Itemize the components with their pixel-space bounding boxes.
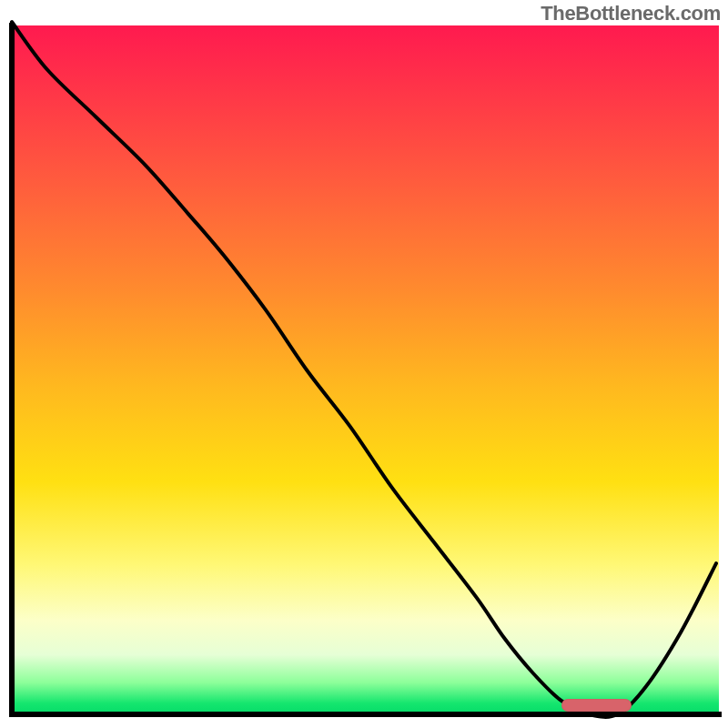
axes: [9, 25, 719, 717]
chart-container: TheBottleneck.com: [0, 0, 728, 728]
axes-lines: [12, 25, 719, 714]
plot-area: [9, 25, 719, 717]
attribution-text: TheBottleneck.com: [541, 2, 721, 25]
